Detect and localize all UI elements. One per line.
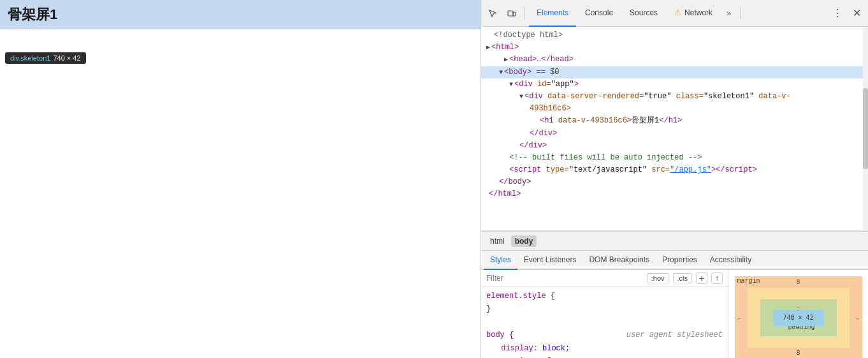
toolbar-divider [524, 7, 525, 20]
h1-open-bracket: > [627, 115, 632, 127]
source-line-head: ▶ <head>…</head> [481, 54, 868, 66]
tab-network-label: Network [684, 8, 712, 17]
attr-skeleton1: "skeleton1" [704, 91, 754, 103]
script-src-val[interactable]: "/app.js" [670, 164, 711, 176]
body-selector: body { [486, 331, 514, 339]
attr-data-v: data-v- [758, 91, 790, 103]
source-line-html: ▶ <html> [481, 41, 868, 54]
user-agent-label: user agent stylesheet [626, 329, 723, 341]
h1-close: </h1> [659, 115, 682, 127]
toolbar-divider-2 [740, 7, 741, 20]
source-line-script: <script type="text/javascript" src="/app… [481, 164, 868, 176]
box-model: margin 8 – 8 – border – – – – [728, 270, 868, 358]
expand-div-skeleton[interactable]: ▼ [519, 92, 523, 102]
attr-class: class= [676, 91, 704, 103]
breadcrumb-html[interactable]: html [486, 235, 509, 247]
html-source: <!doctype html> ▶ <html> ▶ <head>…</head… [481, 27, 868, 231]
tab-network[interactable]: ⚠ Network [667, 0, 720, 27]
svg-rect-0 [508, 11, 513, 16]
div-app-open: <div [514, 78, 537, 91]
filter-bar: :hov .cls + ↑ [481, 270, 728, 287]
margin-label: margin [737, 278, 760, 285]
source-line-html-close: </html> [481, 188, 868, 200]
div-sk-open: <div [524, 91, 547, 103]
source-line-doctype: <!doctype html> [481, 29, 868, 41]
element-picker-icon[interactable] [484, 4, 502, 22]
hov-button[interactable]: :hov [647, 273, 669, 283]
css-display-value: block; [542, 344, 570, 353]
margin-right-value: – [855, 314, 859, 321]
scroll-into-view-button[interactable]: ↑ [711, 272, 723, 284]
source-line-body: ▼ <body> == $0 [481, 66, 868, 78]
attr-493b: 493b16c6> [530, 103, 571, 115]
expand-div-app[interactable]: ▼ [509, 80, 513, 90]
attr-h1-data-v: data-v-493b16c6 [558, 115, 627, 127]
devtools-menu-button[interactable]: ⋮ [828, 4, 846, 22]
box-content-layer: 740 × 42 [773, 310, 824, 326]
css-rule-body: body { user agent stylesheet display: bl… [486, 329, 723, 358]
expand-body[interactable]: ▼ [499, 68, 503, 78]
element-style-selector: element.style { [486, 292, 555, 301]
source-line-div-app-close: </div> [481, 140, 868, 152]
source-line-div-app: ▼ <div id="app"> [481, 78, 868, 91]
html-scrollbar-thumb[interactable] [863, 88, 868, 170]
breadcrumb-body[interactable]: body [511, 235, 537, 247]
css-rules: element.style { } body { user agent styl… [481, 287, 728, 358]
tab-sources[interactable]: Sources [622, 0, 665, 27]
filter-input[interactable] [486, 274, 643, 283]
expand-head[interactable]: ▶ [504, 55, 508, 65]
source-line-h1: <h1 data-v-493b16c6>骨架屏1</h1> [481, 115, 868, 127]
element-tooltip: div.skeleton1 740 × 42 [5, 52, 86, 64]
h1-text: 骨架屏1 [632, 115, 659, 127]
attr-data-sr: data-server-rendered= [547, 91, 644, 103]
tab-elements[interactable]: Elements [529, 0, 576, 27]
device-toggle-icon[interactable] [503, 4, 521, 22]
elements-area: <!doctype html> ▶ <html> ▶ <head>…</head… [481, 27, 868, 358]
cls-button[interactable]: .cls [673, 273, 693, 283]
source-line-div-skeleton2: 493b16c6> [481, 103, 868, 115]
tab-event-listeners[interactable]: Event Listeners [517, 251, 583, 270]
devtools-toolbar: Elements Console Sources ⚠ Network » ⋮ ✕ [481, 0, 868, 27]
page-heading: 骨架屏1 [0, 0, 481, 29]
warning-icon: ⚠ [674, 8, 682, 17]
bottom-area: html body Styles Event Listeners DOM Bre… [481, 231, 868, 358]
more-tabs-button[interactable]: » [721, 6, 736, 20]
html-tag: <html> [491, 41, 519, 54]
styles-left: :hov .cls + ↑ element.style { } [481, 270, 728, 358]
tab-styles[interactable]: Styles [484, 251, 517, 270]
webpage-preview: 骨架屏1 div.skeleton1 740 × 42 [0, 0, 481, 358]
div-app-close-tag: </div> [519, 140, 547, 152]
tab-properties[interactable]: Properties [656, 251, 704, 270]
script-type-val: "text/javascript" [569, 164, 647, 176]
styles-content: :hov .cls + ↑ element.style { } [481, 270, 868, 358]
css-rule-element-style: element.style { } [486, 290, 723, 316]
body-tag: <body> [504, 66, 532, 78]
body-close-tag: </body> [499, 176, 531, 188]
styles-tabs: Styles Event Listeners DOM Breakpoints P… [481, 251, 868, 270]
devtools-panel: Elements Console Sources ⚠ Network » ⋮ ✕… [481, 0, 868, 358]
expand-html[interactable]: ▶ [486, 43, 490, 53]
head-tag: <head>…</head> [509, 54, 574, 66]
comment-text: <!-- built files will be auto injected -… [509, 152, 702, 164]
tooltip-dims: 740 × 42 [53, 54, 80, 62]
source-line-body-close: </body> [481, 176, 868, 188]
doctype-text: <!doctype html> [494, 29, 563, 41]
tab-accessibility[interactable]: Accessibility [704, 251, 758, 270]
tab-console[interactable]: Console [577, 0, 621, 27]
script-close: ></script> [711, 164, 757, 176]
attr-true: "true" [644, 91, 671, 103]
div-app-close-bracket: > [574, 78, 579, 91]
devtools-close-button[interactable]: ✕ [848, 4, 865, 22]
attr-id: id= [537, 78, 551, 91]
box-model-diagram: margin 8 – 8 – border – – – – [735, 276, 862, 359]
margin-left-value: – [737, 314, 741, 321]
source-line-div-skeleton: ▼ <div data-server-rendered="true" class… [481, 91, 868, 103]
source-line-comment: <!-- built files will be auto injected -… [481, 152, 868, 164]
add-style-button[interactable]: + [696, 272, 707, 284]
css-display-prop: display: [501, 344, 538, 353]
script-src: src= [651, 164, 670, 176]
tab-dom-breakpoints[interactable]: DOM Breakpoints [582, 251, 656, 270]
equals-sign: == [532, 66, 550, 78]
div-close-tag: </div> [530, 128, 557, 140]
html-close-tag: </html> [489, 188, 521, 200]
